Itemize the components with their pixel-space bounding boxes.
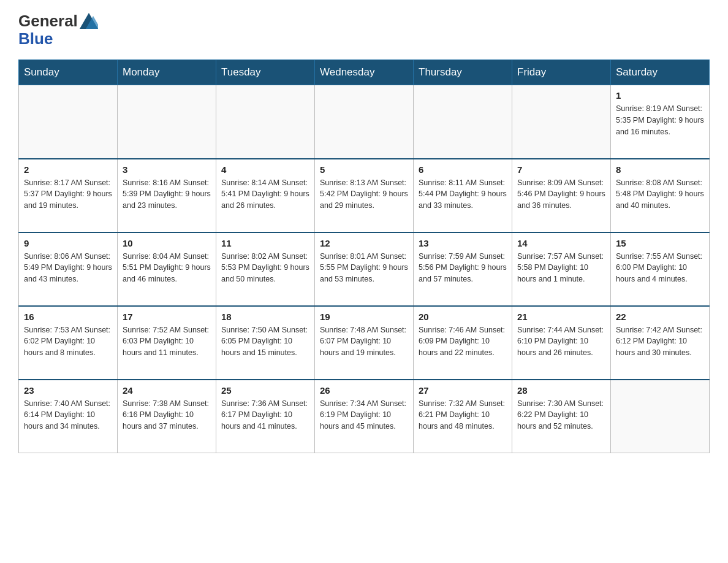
day-number: 3 bbox=[123, 164, 211, 175]
day-info: Sunrise: 7:50 AM Sunset: 6:05 PM Dayligh… bbox=[221, 324, 309, 359]
page-header: GeneralBlue bbox=[18, 12, 710, 47]
day-number: 20 bbox=[419, 312, 507, 322]
day-info: Sunrise: 7:30 AM Sunset: 6:22 PM Dayligh… bbox=[517, 398, 605, 432]
calendar-day-header: Friday bbox=[512, 60, 611, 85]
day-number: 15 bbox=[616, 238, 704, 248]
day-info: Sunrise: 7:42 AM Sunset: 6:12 PM Dayligh… bbox=[616, 324, 704, 359]
calendar-day-header: Monday bbox=[118, 60, 216, 85]
calendar-cell: 5Sunrise: 8:13 AM Sunset: 5:42 PM Daylig… bbox=[315, 159, 414, 232]
day-number: 25 bbox=[221, 385, 309, 396]
day-number: 17 bbox=[123, 312, 211, 322]
calendar-cell: 8Sunrise: 8:08 AM Sunset: 5:48 PM Daylig… bbox=[611, 159, 710, 232]
day-number: 27 bbox=[419, 385, 507, 396]
logo-general-text: General bbox=[18, 12, 78, 30]
day-number: 28 bbox=[517, 385, 605, 396]
calendar-cell: 10Sunrise: 8:04 AM Sunset: 5:51 PM Dayli… bbox=[118, 232, 216, 306]
day-info: Sunrise: 7:59 AM Sunset: 5:56 PM Dayligh… bbox=[419, 251, 507, 285]
day-number: 12 bbox=[320, 238, 408, 248]
logo: GeneralBlue bbox=[18, 12, 98, 47]
calendar-day-header: Tuesday bbox=[216, 60, 315, 85]
day-info: Sunrise: 8:09 AM Sunset: 5:46 PM Dayligh… bbox=[517, 177, 605, 212]
calendar-cell: 1Sunrise: 8:19 AM Sunset: 5:35 PM Daylig… bbox=[611, 85, 710, 159]
day-info: Sunrise: 8:11 AM Sunset: 5:44 PM Dayligh… bbox=[419, 177, 507, 212]
calendar-week-row: 1Sunrise: 8:19 AM Sunset: 5:35 PM Daylig… bbox=[19, 85, 710, 159]
day-info: Sunrise: 7:48 AM Sunset: 6:07 PM Dayligh… bbox=[320, 324, 408, 359]
calendar-cell bbox=[19, 85, 118, 159]
calendar-cell: 12Sunrise: 8:01 AM Sunset: 5:55 PM Dayli… bbox=[315, 232, 414, 306]
logo-triangle-icon bbox=[80, 13, 98, 29]
day-number: 14 bbox=[517, 238, 605, 248]
day-number: 21 bbox=[517, 312, 605, 322]
calendar-cell: 14Sunrise: 7:57 AM Sunset: 5:58 PM Dayli… bbox=[512, 232, 611, 306]
day-number: 9 bbox=[24, 238, 112, 248]
calendar-day-header: Wednesday bbox=[315, 60, 414, 85]
day-number: 18 bbox=[221, 312, 309, 322]
day-info: Sunrise: 7:52 AM Sunset: 6:03 PM Dayligh… bbox=[123, 324, 211, 359]
day-info: Sunrise: 7:38 AM Sunset: 6:16 PM Dayligh… bbox=[123, 398, 211, 432]
calendar-cell: 16Sunrise: 7:53 AM Sunset: 6:02 PM Dayli… bbox=[19, 306, 118, 380]
calendar-cell: 26Sunrise: 7:34 AM Sunset: 6:19 PM Dayli… bbox=[315, 380, 414, 453]
calendar-cell: 28Sunrise: 7:30 AM Sunset: 6:22 PM Dayli… bbox=[512, 380, 611, 453]
day-info: Sunrise: 7:55 AM Sunset: 6:00 PM Dayligh… bbox=[616, 251, 704, 285]
day-info: Sunrise: 8:14 AM Sunset: 5:41 PM Dayligh… bbox=[221, 177, 309, 212]
calendar-cell: 13Sunrise: 7:59 AM Sunset: 5:56 PM Dayli… bbox=[414, 232, 512, 306]
calendar-cell: 19Sunrise: 7:48 AM Sunset: 6:07 PM Dayli… bbox=[315, 306, 414, 380]
calendar-day-header: Saturday bbox=[611, 60, 710, 85]
day-number: 7 bbox=[517, 164, 605, 175]
calendar-week-row: 16Sunrise: 7:53 AM Sunset: 6:02 PM Dayli… bbox=[19, 306, 710, 380]
day-number: 24 bbox=[123, 385, 211, 396]
day-info: Sunrise: 7:46 AM Sunset: 6:09 PM Dayligh… bbox=[419, 324, 507, 359]
logo-blue-text: Blue bbox=[18, 30, 98, 48]
day-number: 10 bbox=[123, 238, 211, 248]
day-info: Sunrise: 8:13 AM Sunset: 5:42 PM Dayligh… bbox=[320, 177, 408, 212]
calendar-cell bbox=[315, 85, 414, 159]
calendar-day-header: Sunday bbox=[19, 60, 118, 85]
calendar-cell bbox=[414, 85, 512, 159]
calendar-cell bbox=[611, 380, 710, 453]
day-info: Sunrise: 8:02 AM Sunset: 5:53 PM Dayligh… bbox=[221, 251, 309, 285]
day-info: Sunrise: 7:40 AM Sunset: 6:14 PM Dayligh… bbox=[24, 398, 112, 432]
calendar-table: SundayMondayTuesdayWednesdayThursdayFrid… bbox=[18, 59, 710, 453]
day-number: 23 bbox=[24, 385, 112, 396]
day-info: Sunrise: 8:01 AM Sunset: 5:55 PM Dayligh… bbox=[320, 251, 408, 285]
calendar-cell: 23Sunrise: 7:40 AM Sunset: 6:14 PM Dayli… bbox=[19, 380, 118, 453]
day-info: Sunrise: 8:19 AM Sunset: 5:35 PM Dayligh… bbox=[616, 103, 704, 137]
calendar-cell: 18Sunrise: 7:50 AM Sunset: 6:05 PM Dayli… bbox=[216, 306, 315, 380]
day-info: Sunrise: 7:53 AM Sunset: 6:02 PM Dayligh… bbox=[24, 324, 112, 359]
calendar-cell: 17Sunrise: 7:52 AM Sunset: 6:03 PM Dayli… bbox=[118, 306, 216, 380]
day-number: 13 bbox=[419, 238, 507, 248]
calendar-cell: 22Sunrise: 7:42 AM Sunset: 6:12 PM Dayli… bbox=[611, 306, 710, 380]
calendar-cell: 7Sunrise: 8:09 AM Sunset: 5:46 PM Daylig… bbox=[512, 159, 611, 232]
day-number: 2 bbox=[24, 164, 112, 175]
day-info: Sunrise: 7:44 AM Sunset: 6:10 PM Dayligh… bbox=[517, 324, 605, 359]
calendar-cell: 2Sunrise: 8:17 AM Sunset: 5:37 PM Daylig… bbox=[19, 159, 118, 232]
day-number: 5 bbox=[320, 164, 408, 175]
calendar-cell: 25Sunrise: 7:36 AM Sunset: 6:17 PM Dayli… bbox=[216, 380, 315, 453]
day-number: 11 bbox=[221, 238, 309, 248]
day-info: Sunrise: 8:16 AM Sunset: 5:39 PM Dayligh… bbox=[123, 177, 211, 212]
day-info: Sunrise: 7:32 AM Sunset: 6:21 PM Dayligh… bbox=[419, 398, 507, 432]
day-number: 6 bbox=[419, 164, 507, 175]
calendar-week-row: 9Sunrise: 8:06 AM Sunset: 5:49 PM Daylig… bbox=[19, 232, 710, 306]
day-number: 19 bbox=[320, 312, 408, 322]
day-number: 16 bbox=[24, 312, 112, 322]
calendar-cell: 4Sunrise: 8:14 AM Sunset: 5:41 PM Daylig… bbox=[216, 159, 315, 232]
calendar-cell: 21Sunrise: 7:44 AM Sunset: 6:10 PM Dayli… bbox=[512, 306, 611, 380]
day-info: Sunrise: 8:06 AM Sunset: 5:49 PM Dayligh… bbox=[24, 251, 112, 285]
day-info: Sunrise: 8:17 AM Sunset: 5:37 PM Dayligh… bbox=[24, 177, 112, 212]
day-info: Sunrise: 7:36 AM Sunset: 6:17 PM Dayligh… bbox=[221, 398, 309, 432]
calendar-cell: 24Sunrise: 7:38 AM Sunset: 6:16 PM Dayli… bbox=[118, 380, 216, 453]
calendar-cell: 9Sunrise: 8:06 AM Sunset: 5:49 PM Daylig… bbox=[19, 232, 118, 306]
day-info: Sunrise: 8:08 AM Sunset: 5:48 PM Dayligh… bbox=[616, 177, 704, 212]
calendar-week-row: 23Sunrise: 7:40 AM Sunset: 6:14 PM Dayli… bbox=[19, 380, 710, 453]
calendar-cell bbox=[512, 85, 611, 159]
calendar-cell: 6Sunrise: 8:11 AM Sunset: 5:44 PM Daylig… bbox=[414, 159, 512, 232]
calendar-cell: 3Sunrise: 8:16 AM Sunset: 5:39 PM Daylig… bbox=[118, 159, 216, 232]
calendar-cell: 11Sunrise: 8:02 AM Sunset: 5:53 PM Dayli… bbox=[216, 232, 315, 306]
calendar-cell: 27Sunrise: 7:32 AM Sunset: 6:21 PM Dayli… bbox=[414, 380, 512, 453]
day-number: 8 bbox=[616, 164, 704, 175]
day-info: Sunrise: 7:34 AM Sunset: 6:19 PM Dayligh… bbox=[320, 398, 408, 432]
calendar-header-row: SundayMondayTuesdayWednesdayThursdayFrid… bbox=[19, 60, 710, 85]
calendar-week-row: 2Sunrise: 8:17 AM Sunset: 5:37 PM Daylig… bbox=[19, 159, 710, 232]
calendar-cell: 20Sunrise: 7:46 AM Sunset: 6:09 PM Dayli… bbox=[414, 306, 512, 380]
